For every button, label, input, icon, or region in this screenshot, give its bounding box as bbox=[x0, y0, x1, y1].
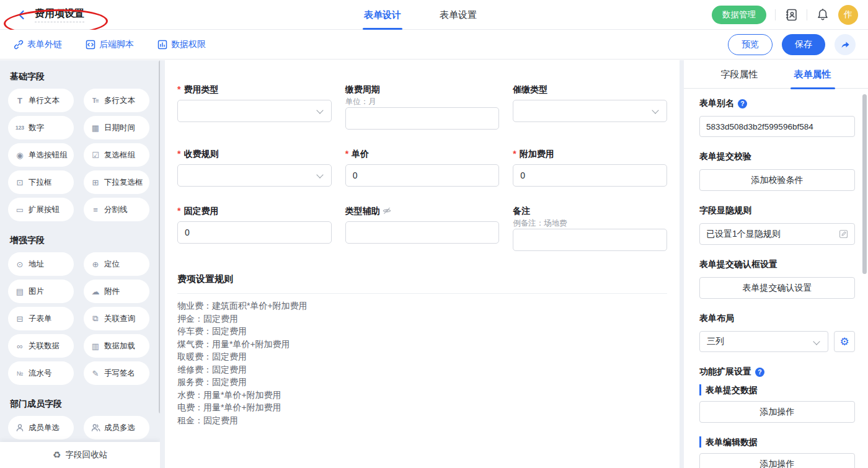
contact-book-icon[interactable] bbox=[784, 8, 798, 22]
toolbar-link-label: 数据权限 bbox=[171, 39, 206, 50]
help-icon[interactable] bbox=[755, 368, 764, 377]
field-item-checkbox-group[interactable]: 复选框组 bbox=[84, 143, 149, 167]
tab-form-properties[interactable]: 表单属性 bbox=[790, 60, 835, 89]
field-extra-fee[interactable]: 附加费用 bbox=[513, 147, 667, 187]
fixed-fee-input[interactable] bbox=[177, 221, 332, 244]
form-fields-grid: 费用类型 缴费周期 单位：月 催缴类型 收费规则 bbox=[177, 82, 667, 251]
field-item-image[interactable]: 图片 bbox=[8, 280, 74, 303]
submit-data-add-button[interactable]: 添加操作 bbox=[699, 401, 855, 423]
location-icon bbox=[90, 260, 101, 269]
tab-field-properties[interactable]: 字段属性 bbox=[717, 60, 762, 89]
field-type-assist[interactable]: 类型辅助 bbox=[345, 204, 500, 251]
form-layout-select[interactable]: 三列 bbox=[699, 331, 828, 352]
submit-confirm-button[interactable]: 表单提交确认设置 bbox=[699, 277, 855, 299]
preview-button[interactable]: 预览 bbox=[728, 34, 773, 55]
field-item-select[interactable]: 下拉框 bbox=[8, 170, 74, 194]
field-fee-type[interactable]: 费用类型 bbox=[177, 82, 332, 130]
field-remark[interactable]: 备注 例备注：场地费 bbox=[513, 204, 667, 251]
field-item-location[interactable]: 定位 bbox=[84, 252, 149, 276]
field-label: 费用类型 bbox=[177, 82, 332, 96]
unit-price-input[interactable] bbox=[345, 164, 500, 187]
edit-data-label: 表单编辑数据 bbox=[699, 436, 855, 448]
field-item-linked-data[interactable]: 关联数据 bbox=[8, 334, 74, 358]
fee-type-select[interactable] bbox=[177, 100, 332, 122]
fee-rule-item: 停车费：固定费用 bbox=[177, 325, 667, 338]
save-button[interactable]: 保存 bbox=[782, 34, 825, 55]
charge-rule-select[interactable] bbox=[177, 164, 332, 187]
tab-form-settings[interactable]: 表单设置 bbox=[438, 0, 478, 30]
field-unit-price[interactable]: 单价 bbox=[345, 147, 500, 187]
field-item-divider[interactable]: 分割线 bbox=[84, 198, 149, 221]
data-permission-link[interactable]: 数据权限 bbox=[157, 39, 206, 50]
field-recycle-bin[interactable]: ♻ 字段回收站 bbox=[0, 442, 160, 468]
link-icon bbox=[14, 40, 24, 50]
avatar[interactable]: 作 bbox=[838, 5, 858, 25]
form-toolbar: 表单外链 后端脚本 数据权限 预览 保存 bbox=[0, 30, 868, 60]
type-assist-input[interactable] bbox=[345, 221, 500, 244]
field-item-subform[interactable]: 子表单 bbox=[8, 307, 74, 330]
form-designer-page: 费用项设置 表单设计 表单设置 数据管理 bbox=[0, 0, 868, 468]
share-button[interactable] bbox=[835, 34, 856, 55]
field-pay-cycle[interactable]: 缴费周期 单位：月 bbox=[345, 82, 500, 130]
field-label: 附加费用 bbox=[513, 147, 667, 161]
bell-icon[interactable] bbox=[816, 8, 830, 22]
divider-icon bbox=[90, 205, 101, 214]
fee-rule-item: 取暖费：固定费用 bbox=[177, 350, 667, 363]
form-external-link[interactable]: 表单外链 bbox=[14, 39, 62, 50]
layout-settings-button[interactable] bbox=[834, 331, 855, 352]
edit-data-add-button[interactable]: 添加操作 bbox=[699, 453, 855, 468]
member-single-icon bbox=[14, 423, 25, 432]
section-title-basic-fields: 基础字段 bbox=[10, 71, 160, 82]
data-manage-button[interactable]: 数据管理 bbox=[712, 6, 766, 24]
field-item-single-text[interactable]: 单行文本 bbox=[8, 89, 74, 112]
field-item-label: 手写签名 bbox=[104, 368, 135, 379]
field-item-multi-text[interactable]: 多行文本 bbox=[84, 89, 149, 112]
submit-confirm-label: 表单提交确认框设置 bbox=[699, 258, 855, 271]
field-item-member-single[interactable]: 成员单选 bbox=[8, 416, 74, 439]
form-layout-label: 表单布局 bbox=[699, 312, 855, 325]
recycle-icon: ♻ bbox=[53, 449, 61, 461]
fee-rules-section[interactable]: 费项设置规则 物业费：建筑面积*单价+附加费用 押金：固定费用 停车费：固定费用… bbox=[177, 273, 667, 426]
field-item-signature[interactable]: 手写签名 bbox=[84, 361, 149, 385]
field-charge-rule[interactable]: 收费规则 bbox=[177, 147, 332, 187]
field-item-extend-button[interactable]: 扩展按钮 bbox=[8, 198, 74, 221]
tab-form-design[interactable]: 表单设计 bbox=[363, 0, 402, 30]
add-validation-button[interactable]: 添加校验条件 bbox=[699, 169, 855, 191]
select-icon bbox=[14, 178, 25, 187]
panel-scrollbar[interactable] bbox=[862, 94, 867, 274]
help-icon[interactable] bbox=[738, 99, 747, 108]
field-item-serial-number[interactable]: 流水号 bbox=[8, 361, 74, 385]
urge-type-select[interactable] bbox=[513, 100, 667, 122]
backend-script-link[interactable]: 后端脚本 bbox=[86, 39, 134, 50]
field-item-label: 单选按钮组 bbox=[29, 150, 68, 161]
address-icon bbox=[14, 260, 25, 269]
visibility-rules-box[interactable]: 已设置1个显隐规则 bbox=[699, 223, 855, 245]
edit-icon[interactable] bbox=[839, 229, 848, 239]
toolbar-link-label: 表单外链 bbox=[27, 39, 62, 50]
sidebar-scrollbar[interactable] bbox=[159, 60, 160, 413]
field-item-label: 下拉框 bbox=[29, 177, 52, 188]
field-item-data-load[interactable]: 数据加载 bbox=[84, 334, 149, 358]
field-item-datetime[interactable]: 日期时间 bbox=[84, 116, 149, 139]
pay-cycle-input[interactable] bbox=[345, 107, 500, 130]
field-fixed-fee[interactable]: 固定费用 bbox=[177, 204, 332, 251]
form-alias-section: 表单别名 bbox=[699, 97, 855, 137]
field-item-number[interactable]: 数字 bbox=[8, 116, 74, 139]
back-button[interactable] bbox=[16, 9, 27, 20]
field-item-multi-select[interactable]: 下拉复选框 bbox=[84, 170, 149, 194]
field-item-member-multi[interactable]: 成员多选 bbox=[84, 416, 149, 439]
remark-input[interactable] bbox=[513, 229, 667, 251]
script-icon bbox=[86, 40, 95, 50]
field-item-label: 子表单 bbox=[29, 314, 52, 324]
field-item-attachment[interactable]: 附件 bbox=[84, 280, 149, 303]
chevron-down-icon bbox=[813, 338, 820, 345]
form-alias-label: 表单别名 bbox=[699, 97, 855, 110]
divider bbox=[807, 9, 807, 20]
field-item-radio-group[interactable]: 单选按钮组 bbox=[8, 143, 74, 167]
submit-validation-label: 表单提交校验 bbox=[699, 151, 855, 163]
extra-fee-input[interactable] bbox=[513, 164, 667, 187]
field-item-linked-query[interactable]: 关联查询 bbox=[84, 307, 149, 330]
field-item-address[interactable]: 地址 bbox=[8, 252, 74, 276]
form-alias-input[interactable] bbox=[699, 116, 855, 137]
field-urge-type[interactable]: 催缴类型 bbox=[513, 82, 667, 130]
